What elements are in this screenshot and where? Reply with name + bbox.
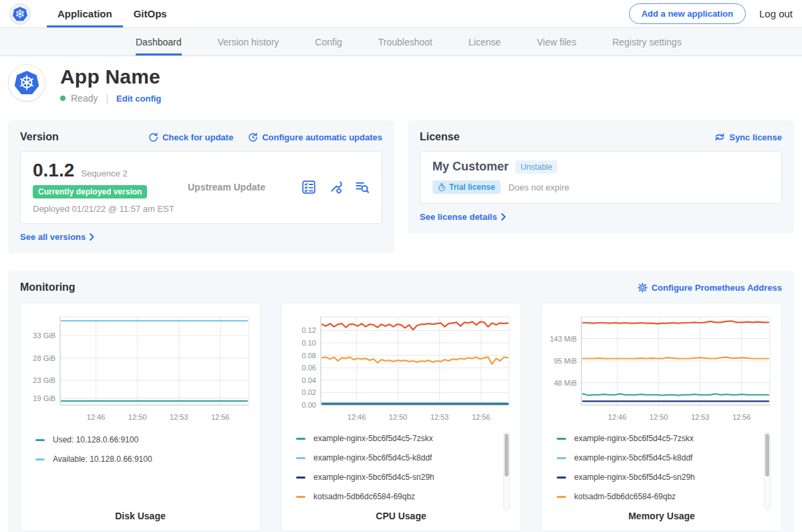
check-for-update-link[interactable]: Check for update <box>148 132 233 142</box>
x-tick-label: 12:56 <box>472 413 491 421</box>
sub-nav-tabs: DashboardVersion historyConfigTroublesho… <box>118 28 700 55</box>
top-nav-tab-gitops[interactable]: GitOps <box>123 0 178 27</box>
sub-nav-tab-registry-settings[interactable]: Registry settings <box>612 28 681 55</box>
sub-nav-tab-dashboard[interactable]: Dashboard <box>136 28 182 55</box>
monitoring-title: Monitoring <box>20 281 76 293</box>
page-title: App Name <box>60 65 161 88</box>
legend-color-dash-icon <box>557 438 566 440</box>
legend-item[interactable]: Used: 10.128.0.66:9100 <box>35 434 253 445</box>
y-tick-label: 19 GiB <box>33 394 55 402</box>
see-all-versions-link[interactable]: See all versions <box>20 232 94 242</box>
sub-nav-tab-view-files[interactable]: View files <box>537 28 576 55</box>
y-tick-label: 0.10 <box>302 339 316 347</box>
memory-usage-series-line <box>583 357 769 358</box>
clock-refresh-icon <box>248 132 258 142</box>
x-tick-label: 12:46 <box>87 413 106 421</box>
legend-scrollbar[interactable] <box>764 432 771 511</box>
disk-usage-legend: Used: 10.128.0.66:9100Available: 10.128.… <box>35 434 253 511</box>
legend-color-dash-icon <box>296 438 305 440</box>
y-tick-label: 0.08 <box>302 352 316 360</box>
y-tick-label: 0.06 <box>302 364 316 372</box>
legend-color-dash-icon <box>35 458 45 460</box>
version-card-title: Version <box>20 131 59 143</box>
legend-item[interactable]: example-nginx-5bc6f5d4c5-k8ddf <box>296 452 514 463</box>
y-tick-label: 0.04 <box>302 376 316 384</box>
license-card: License Sync license My Customer Unstabl… <box>408 120 794 233</box>
x-tick-label: 12:53 <box>691 413 710 421</box>
current-version-row: 0.1.2 Sequence 2 Currently deployed vers… <box>20 151 382 224</box>
version-card: Version Check for update Configure autom… <box>8 120 394 253</box>
brand-logo[interactable] <box>9 0 31 27</box>
legend-item[interactable]: Available: 10.128.0.66:9100 <box>35 454 253 464</box>
legend-color-dash-icon <box>557 477 566 479</box>
see-license-details-link[interactable]: See license details <box>420 212 506 222</box>
y-tick-label: 48 MiB <box>554 379 577 387</box>
cpu-usage-plot: 0.000.020.040.060.080.100.1212:4612:5012… <box>289 311 513 422</box>
cpu-usage-title: CPU Usage <box>288 511 514 521</box>
legend-label: example-nginx-5bc6f5d4c5-7zskx <box>313 434 433 443</box>
disk-usage-plot: 19 GiB23 GiB28 GiB33 GiB12:4612:5012:531… <box>28 311 253 424</box>
legend-scrollbar[interactable] <box>503 432 510 511</box>
disk-usage-chart-card: 19 GiB23 GiB28 GiB33 GiB12:4612:5012:531… <box>20 303 261 531</box>
cpu-usage-series-line <box>322 357 508 364</box>
memory-usage-chart-card: 48 MiB95 MiB143 MiB12:4612:5012:5312:56e… <box>541 303 782 531</box>
x-tick-label: 12:56 <box>732 413 751 421</box>
view-diff-icon[interactable] <box>355 180 370 194</box>
legend-color-dash-icon <box>296 477 305 479</box>
legend-color-dash-icon <box>296 457 305 459</box>
ready-status-dot-icon <box>60 96 65 101</box>
edit-config-link[interactable]: Edit config <box>116 94 161 104</box>
sub-nav-tab-troubleshoot[interactable]: Troubleshoot <box>378 28 432 55</box>
add-new-application-button[interactable]: Add a new application <box>629 3 746 24</box>
legend-item[interactable]: example-nginx-5bc6f5d4c5-7zskx <box>557 433 775 444</box>
y-tick-label: 0.12 <box>302 326 316 334</box>
memory-usage-plot: 48 MiB95 MiB143 MiB12:4612:5012:5312:56 <box>549 311 774 422</box>
sub-nav-tab-config[interactable]: Config <box>315 28 342 55</box>
legend-item[interactable]: example-nginx-5bc6f5d4c5-7zskx <box>296 433 514 444</box>
sync-license-link[interactable]: Sync license <box>714 132 782 142</box>
license-summary-row: My Customer Unstable Trial license Does … <box>420 151 782 204</box>
legend-label: example-nginx-5bc6f5d4c5-k8ddf <box>313 453 432 462</box>
sub-nav-tab-version-history[interactable]: Version history <box>218 28 279 55</box>
legend-scrollbar-thumb[interactable] <box>505 434 509 477</box>
configure-prometheus-link[interactable]: Configure Prometheus Address <box>638 283 782 293</box>
configure-automatic-updates-link[interactable]: Configure automatic updates <box>248 132 382 142</box>
app-sub-nav: DashboardVersion historyConfigTroublesho… <box>0 28 802 56</box>
legend-scrollbar-thumb[interactable] <box>765 434 769 477</box>
preflight-checks-icon[interactable] <box>301 180 316 194</box>
legend-color-dash-icon <box>557 496 566 498</box>
license-type-badge: Trial license <box>432 180 501 194</box>
x-tick-label: 12:50 <box>389 413 408 421</box>
legend-label: example-nginx-5bc6f5d4c5-7zskx <box>574 434 694 443</box>
config-wrench-icon[interactable] <box>328 180 343 194</box>
legend-color-dash-icon <box>35 439 45 441</box>
memory-usage-title: Memory Usage <box>549 511 775 521</box>
legend-item[interactable]: example-nginx-5bc6f5d4c5-k8ddf <box>557 452 775 463</box>
app-status-label: Ready <box>71 93 98 104</box>
y-tick-label: 0.00 <box>302 401 316 409</box>
x-tick-label: 12:46 <box>348 413 366 421</box>
memory-usage-series-line <box>583 394 769 395</box>
x-tick-label: 12:53 <box>170 413 188 421</box>
deployed-timestamp: Deployed 01/21/22 @ 11:57 am EST <box>33 204 188 214</box>
y-tick-label: 28 GiB <box>33 354 55 362</box>
gear-icon <box>638 283 648 293</box>
cpu-usage-chart-card: 0.000.020.040.060.080.100.1212:4612:5012… <box>281 303 521 531</box>
app-header: App Name Ready | Edit config <box>0 56 802 114</box>
y-tick-label: 0.02 <box>302 388 316 396</box>
legend-item[interactable]: example-nginx-5bc6f5d4c5-sn29h <box>296 472 514 483</box>
legend-item[interactable]: example-nginx-5bc6f5d4c5-sn29h <box>557 472 775 483</box>
top-nav-tab-application[interactable]: Application <box>47 0 123 27</box>
chevron-right-icon <box>90 233 94 241</box>
legend-item[interactable]: kotsadm-5db6dc6584-69qbz <box>557 491 775 502</box>
legend-color-dash-icon <box>557 457 566 459</box>
legend-item[interactable]: kotsadm-5db6dc6584-69qbz <box>296 491 514 502</box>
legend-label: Used: 10.128.0.66:9100 <box>53 435 138 444</box>
stopwatch-icon <box>438 183 446 192</box>
sub-nav-tab-license[interactable]: License <box>469 28 501 55</box>
version-source-label: Upstream Update <box>188 182 301 192</box>
log-out-button[interactable]: Log out <box>759 8 793 19</box>
y-tick-label: 143 MiB <box>550 335 577 343</box>
y-tick-label: 23 GiB <box>33 376 55 384</box>
legend-label: kotsadm-5db6dc6584-69qbz <box>313 492 415 501</box>
